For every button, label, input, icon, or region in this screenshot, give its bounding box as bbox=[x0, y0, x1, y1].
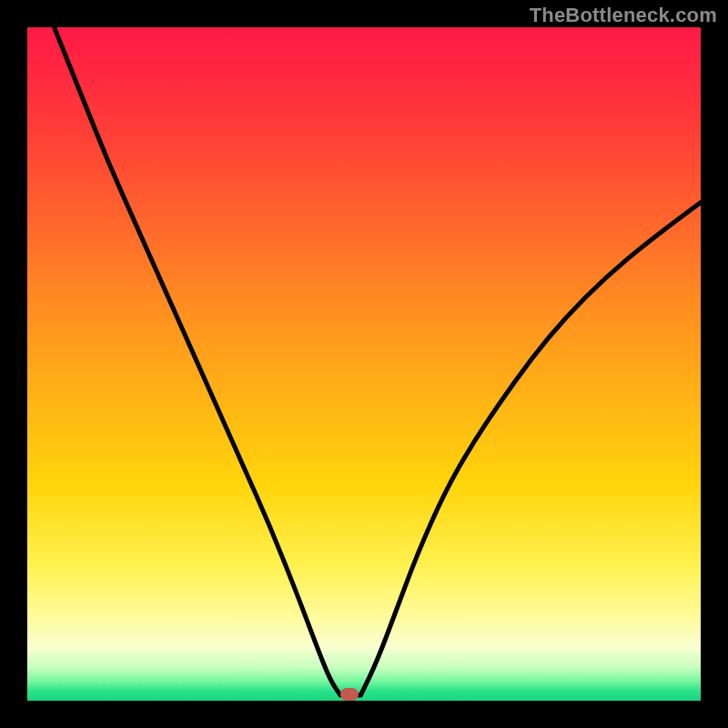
watermark-text: TheBottleneck.com bbox=[530, 4, 717, 27]
minimum-marker bbox=[340, 688, 359, 701]
curve-svg bbox=[27, 27, 701, 701]
plot-area bbox=[27, 27, 701, 701]
bottleneck-curve bbox=[55, 27, 701, 695]
chart-frame: TheBottleneck.com bbox=[0, 0, 728, 728]
